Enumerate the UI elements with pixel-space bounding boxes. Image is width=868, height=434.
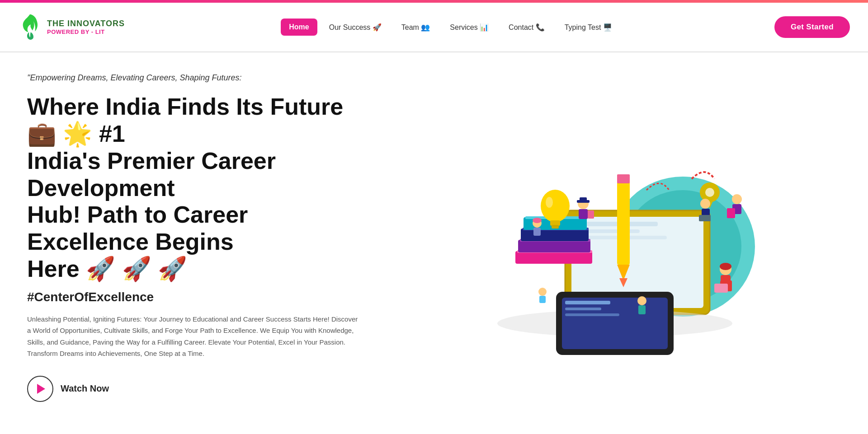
svg-rect-38 xyxy=(539,296,546,303)
svg-rect-54 xyxy=(562,298,668,349)
logo-title: THE INNOVATORS xyxy=(47,19,125,29)
play-circle xyxy=(27,376,53,402)
hero-heading-line1: Where India Finds Its Future 💼 🌟 #1 xyxy=(27,93,343,147)
svg-point-45 xyxy=(732,194,742,204)
nav-item-our-success[interactable]: Our Success 🚀 xyxy=(321,19,390,36)
nav-item-home[interactable]: Home xyxy=(281,19,317,36)
svg-point-40 xyxy=(720,263,731,270)
svg-rect-55 xyxy=(565,301,610,304)
svg-rect-44 xyxy=(714,284,728,293)
watch-now-button[interactable]: Watch Now xyxy=(27,376,109,402)
svg-point-18 xyxy=(541,190,570,222)
logo-subtitle: POWERED BY - LIT xyxy=(47,28,125,35)
svg-rect-10 xyxy=(515,251,592,264)
hero-section: "Empowering Dreams, Elevating Careers, S… xyxy=(0,52,868,423)
svg-rect-33 xyxy=(588,210,594,219)
watch-now-label: Watch Now xyxy=(61,383,109,394)
hero-hashtag: #CenterOfExcellence xyxy=(27,290,371,304)
svg-rect-30 xyxy=(579,209,588,219)
svg-rect-36 xyxy=(699,215,711,221)
nav-item-services[interactable]: Services 📊 xyxy=(442,19,497,36)
nav-item-typing-test[interactable]: Typing Test 🖥️ xyxy=(557,19,620,36)
hero-content: "Empowering Dreams, Elevating Careers, S… xyxy=(27,73,371,402)
svg-rect-24 xyxy=(617,174,630,183)
svg-point-28 xyxy=(533,218,542,223)
hero-heading-line2: India's Premier Career Development xyxy=(27,148,276,201)
get-started-button[interactable]: Get Started xyxy=(774,16,850,38)
hero-tagline: "Empowering Dreams, Elevating Careers, S… xyxy=(27,73,371,83)
svg-rect-14 xyxy=(521,229,589,241)
navbar: THE INNOVATORS POWERED BY - LIT Home Our… xyxy=(0,3,868,52)
svg-point-37 xyxy=(538,288,547,296)
svg-rect-27 xyxy=(533,228,541,236)
svg-rect-57 xyxy=(565,313,619,316)
svg-rect-59 xyxy=(638,305,646,314)
svg-point-21 xyxy=(546,197,553,208)
hero-svg xyxy=(475,120,755,355)
svg-point-4 xyxy=(705,188,714,197)
svg-rect-20 xyxy=(552,225,559,229)
hero-heading: Where India Finds Its Future 💼 🌟 #1 Indi… xyxy=(27,93,371,283)
hero-heading-line4: Here 🚀 🚀 🚀 xyxy=(27,256,187,282)
svg-point-34 xyxy=(700,199,710,209)
logo-text: THE INNOVATORS POWERED BY - LIT xyxy=(47,19,125,36)
logo-icon xyxy=(18,13,42,42)
illustration-container xyxy=(475,120,755,355)
nav-item-contact[interactable]: Contact 📞 xyxy=(500,19,553,36)
svg-point-58 xyxy=(637,296,646,305)
hero-heading-line3: Hub! Path to Career Excellence Begins xyxy=(27,201,248,255)
play-icon xyxy=(37,384,45,394)
svg-rect-22 xyxy=(617,174,630,265)
nav-item-team[interactable]: Team 👥 xyxy=(393,19,439,36)
svg-rect-12 xyxy=(518,240,590,252)
svg-rect-32 xyxy=(580,197,587,201)
hero-description: Unleashing Potential, Igniting Futures: … xyxy=(27,313,362,359)
svg-rect-56 xyxy=(565,308,601,310)
logo-link[interactable]: THE INNOVATORS POWERED BY - LIT xyxy=(18,13,127,42)
nav-links: Home Our Success 🚀 Team 👥 Services 📊 Con… xyxy=(127,19,774,36)
hero-illustration xyxy=(389,120,841,355)
svg-rect-47 xyxy=(727,208,735,218)
